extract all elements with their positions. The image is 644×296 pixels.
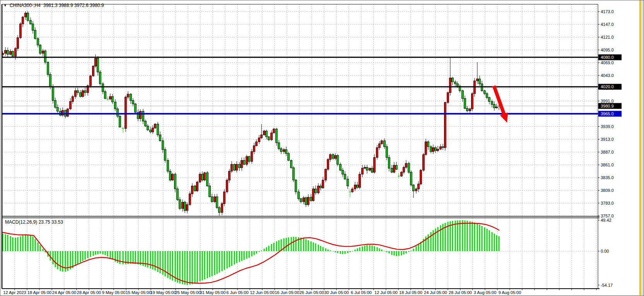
candle-body — [99, 72, 101, 84]
candle-body — [239, 164, 241, 168]
macd-histogram-bar — [207, 251, 208, 278]
macd-histogram-bar — [27, 234, 29, 251]
candle-body — [379, 144, 381, 147]
candle-body — [92, 66, 94, 76]
candle-body — [72, 97, 74, 102]
macd-histogram-bar — [482, 226, 483, 251]
price-tick-label: 4147.0 — [601, 22, 614, 27]
macd-histogram-bar — [17, 237, 19, 251]
price-badge[interactable]: 3965.0 — [598, 111, 622, 117]
candle-body — [469, 109, 471, 111]
candle-body — [298, 192, 300, 199]
macd-histogram-bar — [296, 237, 297, 251]
symbol-dropdown-icon[interactable]: ▼ — [3, 3, 7, 7]
macd-histogram-bar — [357, 248, 358, 251]
macd-histogram-bar — [102, 251, 104, 254]
candle-body — [278, 143, 280, 149]
macd-histogram-bar — [202, 251, 203, 281]
candle-body — [290, 161, 292, 168]
candle-body — [162, 141, 164, 150]
candle-body — [330, 154, 331, 159]
candle-body — [90, 76, 92, 86]
macd-histogram-bar — [474, 222, 475, 251]
macd-histogram-bar — [342, 251, 343, 254]
candle-body — [186, 205, 188, 210]
candle-body — [27, 13, 29, 21]
price-badge[interactable]: 4020.0 — [598, 84, 622, 90]
macd-histogram-bar — [157, 251, 159, 272]
price-tick-label: 3991.0 — [601, 99, 614, 103]
candle-body — [347, 179, 349, 186]
price-tick-label: 4043.0 — [601, 73, 614, 78]
trend-arrow-annotation[interactable] — [494, 86, 508, 123]
time-axis[interactable]: 12 Apr 202318 Apr 05:0024 Apr 05:0028 Ap… — [3, 289, 596, 295]
macd-histogram-bar — [359, 247, 360, 251]
candle-body — [295, 180, 297, 192]
macd-histogram-bar — [75, 251, 76, 266]
candle-body — [466, 108, 468, 111]
candle-body — [273, 129, 275, 133]
candle-body — [427, 142, 429, 147]
price-tick-label: 3809.0 — [601, 188, 614, 193]
candle-body — [486, 94, 488, 98]
time-axis-label: 24 Jul 05:00 — [424, 290, 447, 295]
candle-body — [75, 91, 77, 96]
price-tick-label: 3913.0 — [601, 137, 614, 142]
candle-body — [354, 185, 356, 189]
macd-histogram-bar — [484, 228, 485, 251]
candle-body — [177, 189, 179, 200]
macd-histogram-bar — [340, 251, 341, 254]
macd-histogram-bar — [120, 251, 121, 264]
candle-body — [386, 147, 388, 157]
macd-histogram-bar — [362, 246, 363, 251]
candle-body — [305, 198, 307, 205]
candle-body — [231, 164, 233, 171]
macd-histogram-bar — [406, 251, 407, 253]
price-badge[interactable]: 4080.0 — [598, 55, 622, 60]
time-axis-label: 15 May 05:00 — [126, 290, 152, 295]
macd-histogram-bar — [347, 251, 348, 253]
macd-histogram-bar — [273, 243, 275, 251]
time-axis-label: 24 Apr 05:00 — [52, 290, 76, 295]
candle-body — [229, 171, 231, 180]
macd-histogram-bar — [35, 239, 36, 251]
candle-body — [10, 51, 12, 55]
candle-body — [457, 84, 459, 86]
macd-histogram-bar — [43, 249, 44, 251]
macd-histogram-bar — [455, 221, 456, 251]
candle-body — [256, 142, 258, 145]
candle-body — [310, 197, 312, 201]
candle-body — [15, 48, 17, 56]
window-splitter[interactable] — [639, 0, 641, 296]
candle-body — [77, 91, 79, 92]
candle-body — [313, 189, 314, 200]
macd-histogram-bar — [460, 220, 461, 251]
candle-body — [194, 186, 196, 191]
price-badge-label: 4020.0 — [601, 84, 614, 89]
macd-histogram-bar — [389, 251, 390, 253]
grid — [2, 4, 598, 289]
candle-body — [376, 148, 378, 157]
candle-body — [285, 150, 287, 154]
macd-histogram-bar — [130, 251, 132, 264]
time-axis-label: 28 Apr 05:00 — [77, 290, 101, 295]
macd-histogram-bar — [311, 241, 312, 251]
candle-body — [479, 79, 481, 84]
price-badge[interactable]: 3980.9 — [598, 103, 622, 109]
macd-histogram-bar — [335, 251, 336, 252]
macd-histogram-bar — [62, 251, 63, 272]
macd-histogram-bar — [430, 232, 432, 251]
price-axis[interactable]: 4173.04147.04121.04095.04069.04043.04017… — [598, 9, 622, 287]
chart-title-bar: ▼ CHINA300-,H4 3981.3 3988.9 3972.6 3980… — [3, 3, 104, 8]
candle-body — [337, 156, 339, 164]
candle-body — [55, 101, 56, 108]
candle-body — [44, 51, 46, 62]
ohlc-readout: 3981.3 3988.9 3972.6 3980.9 — [43, 3, 104, 8]
macd-histogram-bar — [60, 251, 61, 271]
macd-histogram-bar — [264, 249, 265, 251]
macd-histogram-bar — [90, 251, 91, 257]
candle-body — [261, 135, 263, 138]
macd-histogram-bar — [65, 251, 66, 272]
candle-body — [420, 170, 422, 184]
time-axis-label: 16 Jun 05:00 — [275, 290, 299, 295]
